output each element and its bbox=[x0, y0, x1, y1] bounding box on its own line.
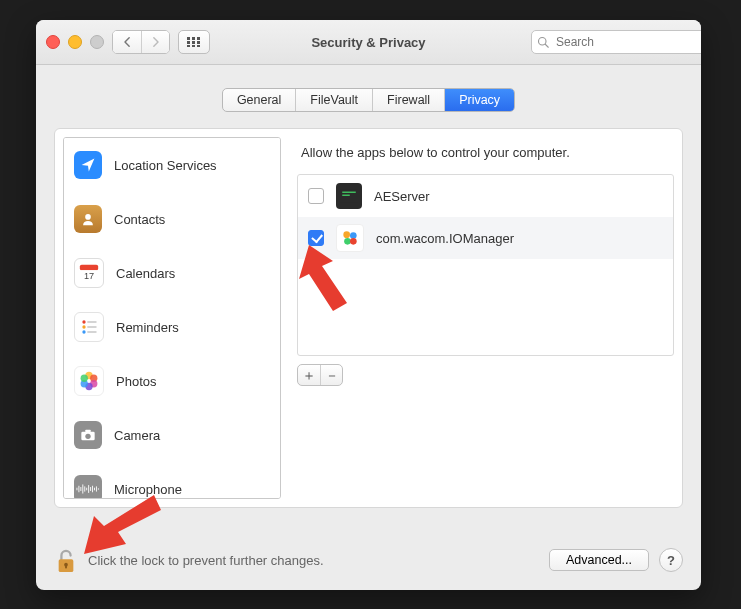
app-icon bbox=[336, 224, 364, 252]
privacy-sidebar[interactable]: Location Services Contacts 17 Calendars bbox=[63, 137, 281, 499]
tab-firewall[interactable]: Firewall bbox=[372, 89, 444, 111]
sidebar-item-reminders[interactable]: Reminders bbox=[64, 300, 280, 354]
svg-point-19 bbox=[82, 330, 85, 333]
svg-rect-7 bbox=[192, 45, 195, 47]
app-row-wacom[interactable]: com.wacom.IOManager bbox=[298, 217, 673, 259]
sidebar-item-label: Camera bbox=[114, 428, 160, 443]
svg-text:17: 17 bbox=[84, 271, 94, 281]
tab-general[interactable]: General bbox=[223, 89, 295, 111]
svg-rect-5 bbox=[197, 41, 200, 44]
preferences-window: Security & Privacy General FileVault Fir… bbox=[36, 20, 701, 590]
lock-caption: Click the lock to prevent further change… bbox=[88, 553, 539, 568]
sidebar-item-label: Photos bbox=[116, 374, 156, 389]
sidebar-item-contacts[interactable]: Contacts bbox=[64, 192, 280, 246]
calendars-icon: 17 bbox=[74, 258, 104, 288]
sidebar-item-label: Reminders bbox=[116, 320, 179, 335]
svg-rect-20 bbox=[87, 331, 96, 333]
remove-app-button[interactable]: － bbox=[320, 365, 342, 385]
svg-rect-8 bbox=[197, 45, 200, 47]
window-controls bbox=[46, 35, 104, 49]
svg-point-11 bbox=[85, 214, 91, 220]
detail-pane: Allow the apps below to control your com… bbox=[297, 137, 674, 499]
microphone-icon bbox=[74, 475, 102, 499]
svg-rect-6 bbox=[187, 45, 190, 47]
forward-button[interactable] bbox=[141, 31, 169, 53]
svg-point-59 bbox=[343, 231, 350, 238]
svg-rect-0 bbox=[187, 37, 190, 40]
sidebar-item-camera[interactable]: Camera bbox=[64, 408, 280, 462]
svg-point-29 bbox=[85, 434, 90, 439]
sidebar-item-calendars[interactable]: 17 Calendars bbox=[64, 246, 280, 300]
sidebar-item-location-services[interactable]: Location Services bbox=[64, 138, 280, 192]
svg-rect-4 bbox=[192, 41, 195, 44]
apps-list[interactable]: AEServer com.wacom.IOManager bbox=[297, 174, 674, 356]
svg-point-26 bbox=[81, 375, 88, 382]
minimize-window-button[interactable] bbox=[68, 35, 82, 49]
show-all-button[interactable] bbox=[178, 30, 210, 54]
svg-rect-16 bbox=[87, 321, 96, 323]
search-input[interactable] bbox=[531, 30, 701, 54]
tab-filevault[interactable]: FileVault bbox=[295, 89, 372, 111]
contacts-icon bbox=[74, 205, 102, 233]
svg-rect-57 bbox=[342, 192, 356, 194]
sidebar-item-label: Microphone bbox=[114, 482, 182, 497]
sidebar-item-microphone[interactable]: Microphone bbox=[64, 462, 280, 499]
close-window-button[interactable] bbox=[46, 35, 60, 49]
svg-point-15 bbox=[82, 320, 85, 323]
photos-icon bbox=[74, 366, 104, 396]
sidebar-item-label: Calendars bbox=[116, 266, 175, 281]
tab-privacy[interactable]: Privacy bbox=[444, 89, 514, 111]
app-row-aeserver[interactable]: AEServer bbox=[298, 175, 673, 217]
location-services-icon bbox=[74, 151, 102, 179]
svg-point-61 bbox=[344, 238, 351, 245]
svg-point-62 bbox=[350, 238, 357, 245]
svg-rect-1 bbox=[192, 37, 195, 40]
content-area: General FileVault Firewall Privacy Locat… bbox=[36, 64, 701, 590]
footer: Click the lock to prevent further change… bbox=[54, 546, 683, 574]
reminders-icon bbox=[74, 312, 104, 342]
svg-rect-28 bbox=[85, 430, 90, 433]
app-name-label: com.wacom.IOManager bbox=[376, 231, 514, 246]
nav-back-forward bbox=[112, 30, 170, 54]
svg-rect-68 bbox=[65, 565, 67, 569]
svg-point-17 bbox=[82, 325, 85, 328]
add-app-button[interactable]: ＋ bbox=[298, 365, 320, 385]
search-icon bbox=[537, 36, 549, 48]
search-field-container bbox=[531, 30, 691, 54]
app-checkbox[interactable] bbox=[308, 230, 324, 246]
advanced-button[interactable]: Advanced... bbox=[549, 549, 649, 571]
svg-rect-2 bbox=[197, 37, 200, 40]
titlebar: Security & Privacy bbox=[36, 20, 701, 65]
svg-rect-12 bbox=[80, 265, 98, 271]
svg-rect-58 bbox=[342, 195, 350, 197]
camera-icon bbox=[74, 421, 102, 449]
help-button[interactable]: ? bbox=[659, 548, 683, 572]
privacy-panel: Location Services Contacts 17 Calendars bbox=[54, 128, 683, 508]
sidebar-item-photos[interactable]: Photos bbox=[64, 354, 280, 408]
zoom-window-button[interactable] bbox=[90, 35, 104, 49]
sidebar-item-label: Location Services bbox=[114, 158, 217, 173]
svg-rect-3 bbox=[187, 41, 190, 44]
tab-bar: General FileVault Firewall Privacy bbox=[54, 88, 683, 112]
back-button[interactable] bbox=[113, 31, 141, 53]
detail-heading: Allow the apps below to control your com… bbox=[301, 145, 670, 160]
svg-rect-18 bbox=[87, 326, 96, 328]
app-checkbox[interactable] bbox=[308, 188, 324, 204]
app-icon bbox=[336, 183, 362, 209]
lock-button[interactable] bbox=[54, 546, 78, 574]
svg-line-10 bbox=[545, 44, 548, 47]
svg-point-60 bbox=[350, 232, 357, 239]
app-name-label: AEServer bbox=[374, 189, 430, 204]
add-remove-buttons: ＋ － bbox=[297, 364, 343, 386]
sidebar-item-label: Contacts bbox=[114, 212, 165, 227]
